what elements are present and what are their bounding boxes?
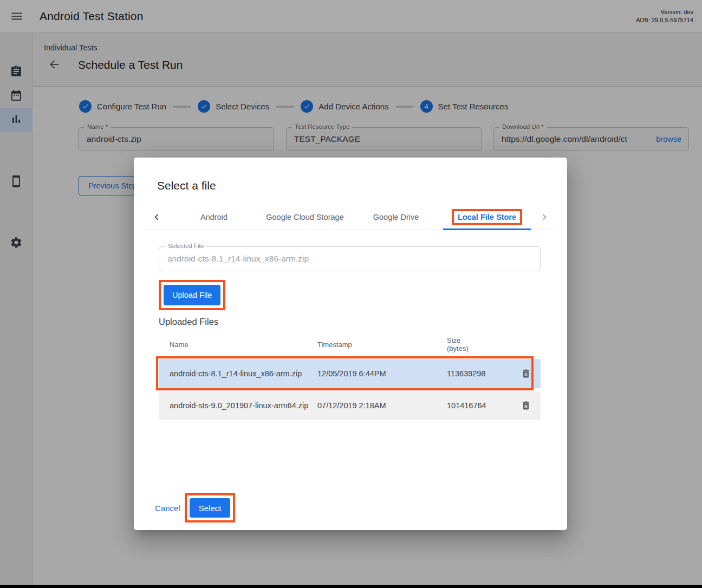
annotation-box-local-file-store: Local File Store [452,209,522,225]
size-cell: 101416764 [447,402,487,410]
dialog-footer: Cancel Select [155,493,567,522]
select-button[interactable]: Select [190,498,231,518]
cancel-button[interactable]: Cancel [155,504,180,513]
annotation-box-upload-file: Upload File [159,280,225,310]
chevron-left-icon[interactable] [145,204,168,230]
uploaded-files-title: Uploaded Files [159,317,541,327]
table-row[interactable]: android-sts-9.0_201907-linux-arm64.zip 0… [159,391,541,420]
chevron-right-icon[interactable] [532,204,556,230]
tab-label: Google Cloud Storage [266,213,344,221]
local-file-store-panel: Selected File android-cts-8.1_r14-linux_… [134,246,567,420]
selected-file-label: Selected File [165,243,206,249]
column-header-name: Name [159,341,317,349]
tab-local-file-store[interactable]: Local File Store [441,204,532,230]
upload-file-button[interactable]: Upload File [164,285,220,305]
table-header-row: Name Timestamp Size (bytes) [159,334,541,355]
column-header-size: Size (bytes) [447,336,487,352]
delete-file-icon[interactable] [519,398,533,413]
tab-google-cloud-storage[interactable]: Google Cloud Storage [259,204,350,230]
delete-file-icon[interactable] [519,367,533,381]
app-screen: Android Test Station Version: dev ADB: 2… [0,0,702,588]
size-cell: 113639298 [447,370,487,378]
tab-label: Android [200,213,227,221]
file-name-cell: android-sts-9.0_201907-linux-arm64.zip [159,401,317,410]
timestamp-cell: 12/05/2019 6:44PM [317,369,447,378]
timestamp-cell: 07/12/2019 2:18AM [317,401,447,410]
tab-label: Local File Store [458,213,516,221]
annotation-box-select-button: Select [185,493,236,522]
uploaded-files-table: Name Timestamp Size (bytes) android-cts-… [159,334,541,420]
selected-file-value: android-cts-8.1_r14-linux_x86-arm.zip [159,247,540,271]
tab-android[interactable]: Android [168,204,259,230]
selected-file-field[interactable]: Selected File android-cts-8.1_r14-linux_… [159,246,541,271]
file-name-cell: android-cts-8.1_r14-linux_x86-arm.zip [159,369,317,378]
tab-label: Google Drive [373,213,419,221]
file-source-tabs: Android Google Cloud Storage Google Driv… [145,204,556,230]
column-header-timestamp: Timestamp [317,341,447,349]
table-row[interactable]: android-cts-8.1_r14-linux_x86-arm.zip 12… [159,359,541,388]
select-file-dialog: Select a file Android Google Cloud Stora… [134,158,567,530]
tab-google-drive[interactable]: Google Drive [350,204,441,230]
dialog-title: Select a file [157,179,567,192]
bottom-edge-strip [0,585,702,588]
